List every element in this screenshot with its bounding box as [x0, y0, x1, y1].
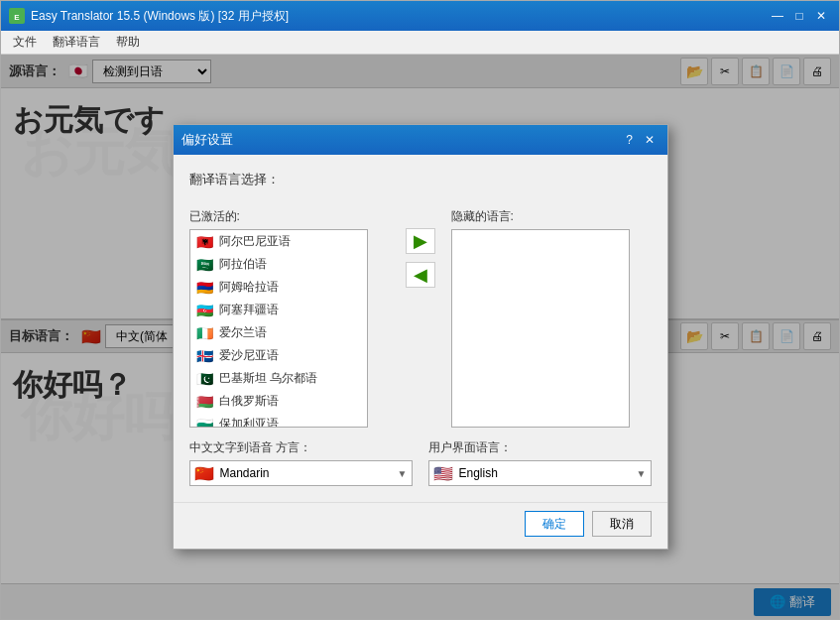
chevron-down-icon: ▼	[398, 468, 408, 479]
dialog-title: 偏好设置	[181, 131, 620, 149]
chinese-speech-label: 中文文字到语音 方言：	[189, 439, 413, 456]
hidden-lang-listbox[interactable]	[451, 229, 630, 428]
list-item[interactable]: 🇵🇰巴基斯坦 乌尔都语	[190, 367, 367, 390]
ui-lang-label: 用户界面语言：	[428, 439, 652, 456]
active-lang-listbox[interactable]: 🇦🇱阿尔巴尼亚语🇸🇦阿拉伯语🇦🇲阿姆哈拉语🇦🇿阿塞拜疆语🇮🇪爱尔兰语🇮🇸爱沙尼亚…	[189, 229, 368, 428]
dialog-close-button[interactable]: ✕	[640, 131, 660, 149]
close-button[interactable]: ✕	[811, 7, 831, 25]
dialog-help-button[interactable]: ?	[620, 131, 640, 149]
list-item[interactable]: 🇸🇦阿拉伯语	[190, 253, 367, 276]
section-title: 翻译语言选择：	[189, 171, 652, 188]
chinese-speech-value: Mandarin	[220, 466, 270, 480]
menu-bar: 文件 翻译语言 帮助	[1, 31, 839, 55]
transfer-arrows: ▶ ◀	[406, 208, 435, 288]
app-title: Easy Translator 15.5 (Windows 版) [32 用户授…	[31, 8, 768, 25]
main-content: 源语言： 🇯🇵 检测到日语 📂 ✂ 📋 📄 🖨 お元気です お元気です	[1, 55, 839, 619]
app-icon: E	[9, 8, 25, 24]
confirm-button[interactable]: 确定	[525, 511, 584, 537]
list-item[interactable]: 🇧🇾白俄罗斯语	[190, 390, 367, 413]
lang-lists-row: 已激活的: 🇦🇱阿尔巴尼亚语🇸🇦阿拉伯语🇦🇲阿姆哈拉语🇦🇿阿塞拜疆语🇮🇪爱尔兰语…	[189, 208, 652, 428]
options-row: 中文文字到语音 方言： 🇨🇳 Mandarin ▼ 用户	[189, 439, 652, 486]
preferences-dialog: 偏好设置 ? ✕ 翻译语言选择： 已激活的: 🇦🇱阿尔巴尼	[173, 124, 668, 550]
cancel-button[interactable]: 取消	[592, 511, 652, 537]
active-lang-section: 已激活的: 🇦🇱阿尔巴尼亚语🇸🇦阿拉伯语🇦🇲阿姆哈拉语🇦🇿阿塞拜疆语🇮🇪爱尔兰语…	[189, 208, 390, 428]
hidden-list-label: 隐藏的语言:	[451, 208, 652, 225]
list-item[interactable]: 🇮🇪爱尔兰语	[190, 321, 367, 344]
dialog-footer: 确定 取消	[174, 502, 667, 549]
chevron-down-icon-2: ▼	[637, 468, 647, 479]
minimize-button[interactable]: —	[768, 7, 787, 25]
dialog-title-bar: 偏好设置 ? ✕	[174, 125, 667, 155]
title-bar: E Easy Translator 15.5 (Windows 版) [32 用…	[1, 1, 839, 31]
list-item[interactable]: 🇦🇿阿塞拜疆语	[190, 299, 367, 321]
list-item[interactable]: 🇦🇱阿尔巴尼亚语	[190, 230, 367, 253]
modal-overlay: 偏好设置 ? ✕ 翻译语言选择： 已激活的: 🇦🇱阿尔巴尼	[1, 55, 839, 619]
window-controls: — □ ✕	[768, 7, 831, 25]
move-right-button[interactable]: ▶	[406, 228, 435, 254]
ui-lang-value: English	[459, 466, 498, 480]
chinese-speech-select[interactable]: 🇨🇳 Mandarin ▼	[189, 460, 413, 486]
app-window: E Easy Translator 15.5 (Windows 版) [32 用…	[0, 0, 840, 620]
list-item[interactable]: 🇮🇸爱沙尼亚语	[190, 344, 367, 367]
list-item[interactable]: 🇧🇬保加利亚语	[190, 413, 367, 428]
menu-help[interactable]: 帮助	[108, 32, 148, 53]
active-list-label: 已激活的:	[189, 208, 390, 225]
menu-file[interactable]: 文件	[5, 32, 45, 53]
dialog-body: 翻译语言选择： 已激活的: 🇦🇱阿尔巴尼亚语🇸🇦阿拉伯语🇦🇲阿姆哈拉语🇦🇿阿塞拜…	[174, 155, 667, 502]
move-left-button[interactable]: ◀	[406, 262, 435, 288]
ui-lang-group: 用户界面语言： 🇺🇸 English ▼	[428, 439, 652, 486]
hidden-lang-section: 隐藏的语言:	[451, 208, 652, 428]
list-item[interactable]: 🇦🇲阿姆哈拉语	[190, 276, 367, 299]
menu-translate-lang[interactable]: 翻译语言	[45, 32, 108, 53]
ui-lang-select[interactable]: 🇺🇸 English ▼	[428, 460, 652, 486]
chinese-speech-group: 中文文字到语音 方言： 🇨🇳 Mandarin ▼	[189, 439, 413, 486]
maximize-button[interactable]: □	[789, 7, 809, 25]
svg-text:E: E	[14, 13, 20, 22]
